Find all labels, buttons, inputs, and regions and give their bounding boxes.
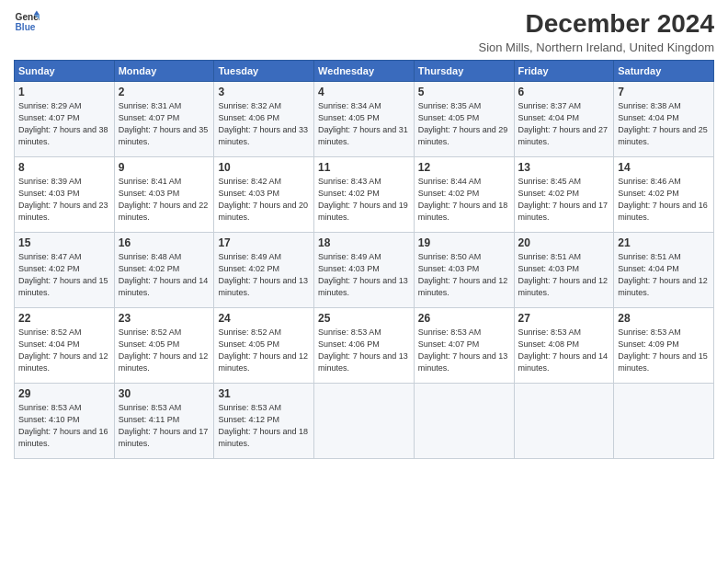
table-row: 6 Sunrise: 8:37 AMSunset: 4:04 PMDayligh… [514, 82, 614, 157]
table-row: 29 Sunrise: 8:53 AMSunset: 4:10 PMDaylig… [15, 384, 115, 459]
table-row: 26 Sunrise: 8:53 AMSunset: 4:07 PMDaylig… [414, 308, 514, 384]
header-thursday: Thursday [414, 61, 514, 82]
header-monday: Monday [114, 61, 214, 82]
table-row: 17 Sunrise: 8:49 AMSunset: 4:02 PMDaylig… [214, 233, 314, 308]
table-row [514, 384, 614, 459]
header-tuesday: Tuesday [214, 61, 314, 82]
table-row: 10 Sunrise: 8:42 AMSunset: 4:03 PMDaylig… [214, 157, 314, 233]
table-row: 14 Sunrise: 8:46 AMSunset: 4:02 PMDaylig… [614, 157, 714, 233]
table-row: 12 Sunrise: 8:44 AMSunset: 4:02 PMDaylig… [414, 157, 514, 233]
table-row: 5 Sunrise: 8:35 AMSunset: 4:05 PMDayligh… [414, 82, 514, 157]
table-row: 19 Sunrise: 8:50 AMSunset: 4:03 PMDaylig… [414, 233, 514, 308]
header: General Blue December 2024 Sion Mills, N… [14, 9, 714, 54]
svg-text:Blue: Blue [16, 22, 36, 32]
table-row: 23 Sunrise: 8:52 AMSunset: 4:05 PMDaylig… [114, 308, 214, 384]
table-row: 28 Sunrise: 8:53 AMSunset: 4:09 PMDaylig… [614, 308, 714, 384]
table-row: 13 Sunrise: 8:45 AMSunset: 4:02 PMDaylig… [514, 157, 614, 233]
table-row: 1 Sunrise: 8:29 AMSunset: 4:07 PMDayligh… [15, 82, 115, 157]
table-row: 30 Sunrise: 8:53 AMSunset: 4:11 PMDaylig… [114, 384, 214, 459]
table-row: 3 Sunrise: 8:32 AMSunset: 4:06 PMDayligh… [214, 82, 314, 157]
logo: General Blue [14, 9, 40, 35]
page: General Blue December 2024 Sion Mills, N… [0, 0, 728, 563]
table-row: 25 Sunrise: 8:53 AMSunset: 4:06 PMDaylig… [314, 308, 415, 384]
table-row [314, 384, 415, 459]
table-row [414, 384, 514, 459]
table-row: 15 Sunrise: 8:47 AMSunset: 4:02 PMDaylig… [15, 233, 115, 308]
header-wednesday: Wednesday [314, 61, 415, 82]
header-sunday: Sunday [15, 61, 115, 82]
table-row: 18 Sunrise: 8:49 AMSunset: 4:03 PMDaylig… [314, 233, 415, 308]
main-title: December 2024 [478, 9, 714, 39]
title-block: December 2024 Sion Mills, Northern Irela… [478, 9, 714, 54]
weekday-header-row: Sunday Monday Tuesday Wednesday Thursday… [15, 61, 714, 82]
table-row: 11 Sunrise: 8:43 AMSunset: 4:02 PMDaylig… [314, 157, 415, 233]
table-row: 7 Sunrise: 8:38 AMSunset: 4:04 PMDayligh… [614, 82, 714, 157]
table-row: 21 Sunrise: 8:51 AMSunset: 4:04 PMDaylig… [614, 233, 714, 308]
header-saturday: Saturday [614, 61, 714, 82]
table-row: 27 Sunrise: 8:53 AMSunset: 4:08 PMDaylig… [514, 308, 614, 384]
table-row: 2 Sunrise: 8:31 AMSunset: 4:07 PMDayligh… [114, 82, 214, 157]
table-row: 20 Sunrise: 8:51 AMSunset: 4:03 PMDaylig… [514, 233, 614, 308]
header-friday: Friday [514, 61, 614, 82]
table-row: 31 Sunrise: 8:53 AMSunset: 4:12 PMDaylig… [214, 384, 314, 459]
subtitle: Sion Mills, Northern Ireland, United Kin… [478, 40, 714, 54]
logo-icon: General Blue [14, 9, 40, 35]
table-row: 4 Sunrise: 8:34 AMSunset: 4:05 PMDayligh… [314, 82, 415, 157]
table-row: 24 Sunrise: 8:52 AMSunset: 4:05 PMDaylig… [214, 308, 314, 384]
table-row: 8 Sunrise: 8:39 AMSunset: 4:03 PMDayligh… [15, 157, 115, 233]
table-row: 16 Sunrise: 8:48 AMSunset: 4:02 PMDaylig… [114, 233, 214, 308]
table-row: 9 Sunrise: 8:41 AMSunset: 4:03 PMDayligh… [114, 157, 214, 233]
table-row [614, 384, 714, 459]
table-row: 22 Sunrise: 8:52 AMSunset: 4:04 PMDaylig… [15, 308, 115, 384]
calendar-table: Sunday Monday Tuesday Wednesday Thursday… [14, 60, 714, 459]
